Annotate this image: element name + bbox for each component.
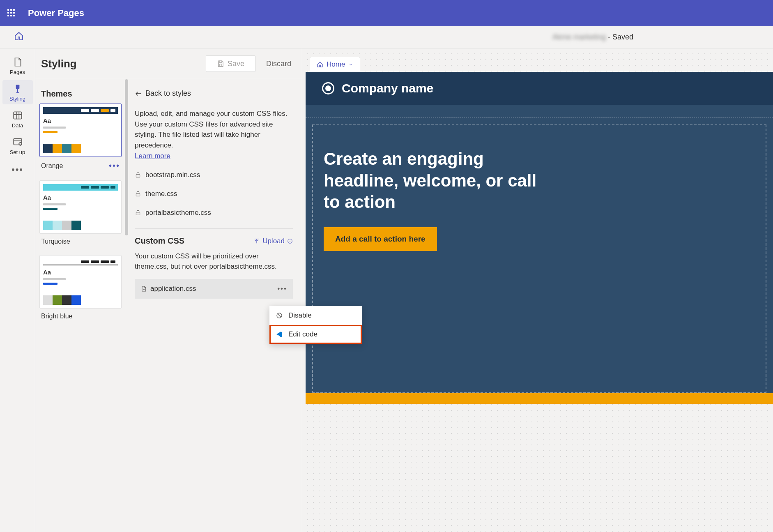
nav-styling[interactable]: Styling [2, 80, 33, 104]
upload-icon [253, 238, 260, 244]
panel-title: Styling [41, 58, 77, 70]
lock-icon [135, 210, 141, 216]
save-status: Akme marketing - Saved [552, 33, 633, 41]
info-icon [287, 238, 293, 244]
waffle-icon[interactable] [7, 9, 16, 17]
preview-hero: Create an engaging headline, welcome, or… [312, 124, 766, 393]
nav-label: Styling [9, 96, 25, 102]
ctx-disable[interactable]: Disable [269, 306, 362, 325]
save-icon [217, 60, 224, 67]
svg-rect-10 [136, 212, 140, 215]
lock-icon [135, 172, 141, 178]
locked-file: portalbasictheme.css [135, 209, 293, 217]
theme-list: Aa Orange ••• [35, 104, 126, 328]
arrow-left-icon [135, 90, 142, 97]
vscode-icon [275, 331, 283, 338]
locked-file: theme.css [135, 190, 293, 198]
chevron-down-icon [348, 62, 353, 67]
locked-file: bootstrap.min.css [135, 171, 293, 179]
preview-frame: Company name Create an engaging headline… [306, 72, 773, 404]
nav-setup[interactable]: Set up [2, 134, 33, 158]
preview-bottom-band [306, 393, 773, 404]
file-icon [140, 286, 147, 292]
cta-button[interactable]: Add a call to action here [324, 227, 437, 251]
detail-body: Back to styles Upload, edit, and manage … [126, 79, 302, 303]
file-more-icon[interactable]: ••• [277, 285, 287, 293]
nav-label: Set up [10, 149, 25, 155]
theme-aa: Aa [43, 194, 118, 201]
theme-card[interactable]: Aa [39, 104, 122, 157]
svg-rect-7 [219, 64, 222, 66]
custom-css-desc: Your custom CSS will be prioritized over… [135, 251, 293, 272]
theme-swatches [43, 144, 118, 153]
custom-file-name: application.css [150, 285, 196, 293]
detail-actions: Save Discard [126, 48, 302, 79]
ctx-edit-label: Edit code [288, 330, 317, 339]
home-icon[interactable] [14, 31, 24, 44]
discard-label: Discard [266, 60, 291, 68]
custom-css-header-row: Custom CSS Upload [135, 236, 293, 246]
theme-bright-blue[interactable]: Aa Bright blue [39, 255, 122, 320]
theme-card[interactable]: Aa [39, 255, 122, 309]
save-button[interactable]: Save [206, 55, 255, 72]
theme-aa: Aa [43, 117, 118, 124]
svg-rect-4 [14, 138, 22, 145]
nav-data[interactable]: Data [2, 107, 33, 131]
custom-css-file[interactable]: application.css ••• [135, 279, 293, 299]
theme-swatches [43, 221, 118, 230]
company-name: Company name [342, 81, 433, 95]
theme-card[interactable]: Aa [39, 180, 122, 234]
svg-rect-1 [17, 89, 18, 92]
ctx-edit-code[interactable]: Edit code [269, 325, 362, 344]
hero-headline: Create an engaging headline, welcome, or… [324, 148, 541, 213]
svg-rect-2 [16, 92, 19, 93]
theme-aa: Aa [43, 269, 118, 276]
preview-column: Home Company name Create an engaging hea… [302, 48, 773, 532]
upload-button[interactable]: Upload [253, 237, 293, 245]
nav-pages[interactable]: Pages [2, 53, 33, 78]
back-label: Back to styles [145, 89, 191, 98]
learn-more-link[interactable]: Learn more [135, 152, 170, 160]
theme-swatches [43, 295, 118, 305]
nav-more-icon[interactable]: ••• [12, 160, 23, 179]
lock-icon [135, 191, 141, 197]
css-description: Upload, edit, and manage your custom CSS… [135, 108, 293, 150]
styling-header: Styling [35, 48, 126, 79]
theme-orange[interactable]: Aa Orange ••• [39, 104, 122, 170]
site-name: Akme marketing [552, 33, 606, 41]
file-name: theme.css [145, 190, 177, 198]
custom-css-heading: Custom CSS [135, 236, 184, 246]
divider [135, 228, 293, 229]
nav-label: Pages [10, 69, 25, 75]
nav-label: Data [12, 122, 23, 129]
home-icon [317, 61, 323, 68]
sub-bar: Akme marketing - Saved [0, 26, 773, 48]
main-area: Pages Styling Data Set up ••• Styling Th… [0, 48, 773, 532]
themes-column: Styling Themes Aa [35, 48, 126, 532]
detail-column: Save Discard Back to styles Upload, edit… [126, 48, 302, 532]
save-suffix: - Saved [606, 33, 633, 41]
theme-more-icon[interactable]: ••• [109, 161, 120, 170]
company-logo-icon [322, 82, 334, 94]
theme-label: Bright blue [41, 313, 73, 320]
breadcrumb-home[interactable]: Home [310, 57, 360, 72]
left-nav: Pages Styling Data Set up ••• [0, 48, 35, 532]
ctx-disable-label: Disable [288, 311, 312, 320]
svg-rect-8 [136, 175, 140, 177]
app-title: Power Pages [28, 8, 84, 18]
preview-nav-band [306, 105, 773, 118]
context-menu: Disable Edit code [269, 306, 362, 344]
save-label: Save [228, 60, 244, 68]
breadcrumb-label: Home [327, 60, 345, 69]
themes-heading: Themes [35, 79, 126, 104]
theme-label: Orange [41, 162, 63, 170]
svg-rect-9 [136, 193, 140, 196]
back-to-styles[interactable]: Back to styles [135, 89, 293, 98]
theme-label: Turquoise [41, 238, 70, 245]
theme-turquoise[interactable]: Aa Turquoise [39, 180, 122, 245]
discard-button[interactable]: Discard [255, 55, 302, 72]
svg-rect-0 [16, 85, 19, 89]
disable-icon [275, 312, 283, 319]
svg-rect-3 [14, 112, 22, 119]
svg-rect-6 [219, 61, 222, 62]
